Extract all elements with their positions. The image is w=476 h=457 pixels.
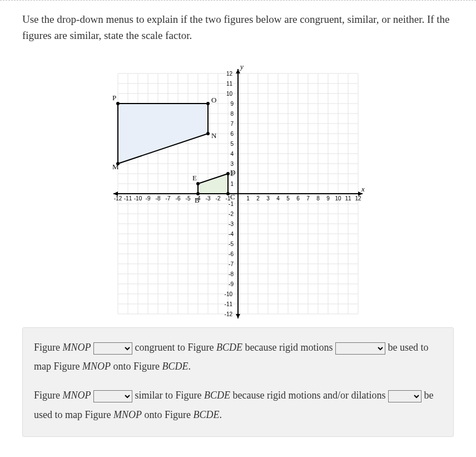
svg-text:P: P [112,94,116,102]
svg-point-53 [116,102,120,105]
svg-text:8: 8 [230,111,234,117]
svg-marker-72 [236,314,240,318]
svg-text:-7: -7 [229,261,234,267]
svg-text:-9: -9 [229,281,234,287]
svg-text:6: 6 [230,131,234,137]
svg-text:8: 8 [316,195,320,202]
svg-text:-2: -2 [216,195,221,202]
svg-point-51 [206,132,210,135]
svg-text:1: 1 [246,195,250,202]
rigid-motions-can-dropdown[interactable] [335,342,385,355]
svg-text:2: 2 [256,195,260,202]
svg-point-61 [226,172,230,175]
svg-text:12: 12 [355,195,361,202]
svg-text:-10: -10 [225,291,233,297]
svg-text:3: 3 [230,161,234,167]
svg-point-62 [196,182,200,185]
fig-bcde-label: BCDE [216,342,242,353]
svg-text:4: 4 [230,151,234,157]
svg-text:9: 9 [326,195,330,202]
prompt-text: Use the drop-down menus to explain if th… [22,13,450,41]
svg-text:N: N [211,131,217,140]
svg-text:4: 4 [276,195,280,202]
svg-text:-9: -9 [146,195,151,202]
congruent-is-dropdown[interactable] [93,342,132,355]
svg-text:-11: -11 [124,195,132,202]
svg-text:M: M [112,163,119,171]
svg-text:10: 10 [335,195,341,202]
question-prompt: Use the drop-down menus to explain if th… [22,12,454,43]
svg-text:-5: -5 [229,241,234,247]
svg-text:-10: -10 [134,195,142,202]
svg-text:-1: -1 [226,195,231,202]
svg-text:-11: -11 [225,301,233,307]
svg-text:10: 10 [226,91,233,97]
svg-text:x: x [361,185,365,193]
svg-text:5: 5 [286,195,290,202]
svg-text:9: 9 [230,101,234,107]
answer-line-1: Figure MNOP congruent to Figure BCDE bec… [34,338,442,376]
similar-is-dropdown[interactable] [93,390,132,402]
section-divider [0,0,476,1]
fig-mnop-label: MNOP [63,342,91,353]
svg-text:-12: -12 [225,311,233,317]
svg-text:-3: -3 [229,221,234,227]
svg-text:-7: -7 [166,195,171,202]
svg-text:12: 12 [226,71,233,77]
svg-text:-4: -4 [196,195,201,202]
svg-text:E: E [192,174,197,182]
svg-text:7: 7 [306,195,310,202]
svg-text:-12: -12 [114,195,122,202]
svg-text:O: O [211,96,216,104]
svg-text:-5: -5 [186,195,191,202]
svg-text:-4: -4 [229,231,234,237]
coordinate-graph: M N O P B C D E [110,57,366,318]
svg-text:3: 3 [266,195,270,202]
svg-marker-71 [236,69,240,73]
dilations-can-dropdown[interactable] [388,390,422,402]
question-container: Use the drop-down menus to explain if th… [0,12,476,448]
svg-text:-6: -6 [176,195,181,202]
svg-text:11: 11 [345,195,351,202]
svg-text:2: 2 [230,171,234,177]
svg-text:-3: -3 [206,195,211,202]
svg-text:1: 1 [230,181,234,187]
graph-wrapper: M N O P B C D E [22,57,454,318]
svg-text:-2: -2 [229,211,234,217]
svg-text:y: y [239,62,244,71]
answer-panel: Figure MNOP congruent to Figure BCDE bec… [22,327,454,437]
fig-mnop-label-2: MNOP [63,390,91,401]
svg-text:11: 11 [226,81,233,87]
answer-line-2: Figure MNOP similar to Figure BCDE becau… [34,386,442,424]
fig-bcde-label-2: BCDE [204,390,230,401]
svg-text:-1: -1 [229,201,234,207]
svg-text:-8: -8 [229,271,234,277]
svg-text:7: 7 [230,121,234,127]
svg-text:6: 6 [296,195,300,202]
svg-point-52 [206,102,210,105]
svg-text:-8: -8 [156,195,161,202]
svg-text:-6: -6 [229,251,234,257]
svg-text:5: 5 [230,141,234,147]
